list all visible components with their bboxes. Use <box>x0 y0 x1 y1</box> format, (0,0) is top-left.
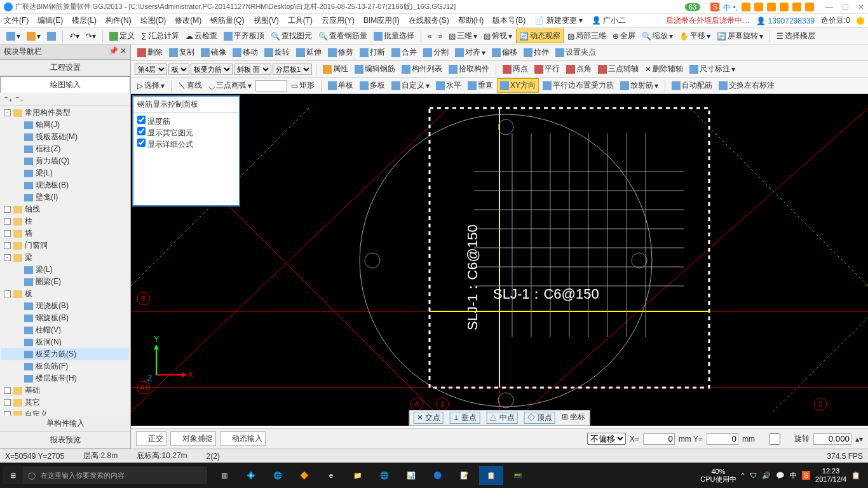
menu-component[interactable]: 构件(N) <box>105 15 132 26</box>
btn-auto[interactable]: 自动配筋 <box>669 79 715 92</box>
ext-icon[interactable] <box>754 3 763 11</box>
btn-select[interactable]: ▷ 选择▾ <box>135 79 167 92</box>
sidebar-tab-draw[interactable]: 绘图输入 <box>0 76 130 93</box>
tray-up[interactable]: ^ <box>742 471 745 479</box>
redo-icon[interactable]: ↷▾ <box>83 30 98 42</box>
btn-dim[interactable]: 尺寸标注▾ <box>687 62 738 76</box>
tree-node[interactable]: -梁 <box>1 252 129 264</box>
btn-3d[interactable]: ▧ 三维▾ <box>446 29 480 43</box>
btn-parallel[interactable]: 平行 <box>532 62 562 76</box>
btn-trim[interactable]: 修剪 <box>325 46 356 59</box>
btn-custom[interactable]: 自定义▾ <box>389 79 432 92</box>
tray-icon[interactable]: 🛡 <box>750 471 757 479</box>
tree-leaf[interactable]: 现浇板(B) <box>1 300 129 312</box>
menu-online[interactable]: 在线服务(S) <box>409 15 449 26</box>
sidebar-tab-report[interactable]: 报表预览 <box>0 432 130 449</box>
btn-angle[interactable]: 点角 <box>564 62 594 76</box>
sel-slant[interactable]: 斜板 面 <box>234 64 271 75</box>
btn-snap[interactable]: 对象捕捉 <box>170 431 216 446</box>
btn-swap[interactable]: 交换左右标注 <box>716 79 777 92</box>
tree-leaf[interactable]: 筏板基础(M) <box>1 131 129 143</box>
tree-leaf[interactable]: 柱帽(V) <box>1 324 129 336</box>
app-icon[interactable]: 🔵 <box>426 466 450 485</box>
chk-rot[interactable] <box>759 433 790 445</box>
btn-cloud[interactable]: ☁ 云检查 <box>183 29 220 43</box>
tray-notif[interactable]: 📋 <box>851 471 860 480</box>
input-rot[interactable] <box>813 433 851 445</box>
tree-leaf[interactable]: 轴网(J) <box>1 119 129 131</box>
menu-newchange[interactable]: 📄 新建变更 ▾ <box>534 15 583 26</box>
tree-node[interactable]: 柱 <box>1 215 129 227</box>
menu-floor[interactable]: 楼层(L) <box>72 15 97 26</box>
tray-ime[interactable]: 中 <box>790 471 797 480</box>
tree-leaf[interactable]: 板负筋(F) <box>1 360 129 372</box>
input-x[interactable] <box>643 433 675 445</box>
ext-icon[interactable] <box>742 3 750 11</box>
notif-badge[interactable]: 63 <box>685 3 700 11</box>
input-arc[interactable] <box>255 80 287 92</box>
tree-leaf[interactable]: 螺旋板(B) <box>1 312 129 324</box>
component-tree[interactable]: -常用构件类型轴网(J)筏板基础(M)框柱(Z)剪力墙(Q)梁(L)现浇板(B)… <box>0 105 130 416</box>
menu-help[interactable]: 帮助(H) <box>458 15 484 26</box>
btn-stretch[interactable]: 拉伸 <box>521 46 552 59</box>
btn-local3d[interactable]: ▧ 局部三维 <box>565 29 609 43</box>
btn-offset[interactable]: 偏移 <box>489 46 520 59</box>
app-icon[interactable]: 🌐 <box>266 466 290 485</box>
fwd-icon[interactable]: » <box>436 30 445 42</box>
btn-split[interactable]: 分割 <box>421 46 451 59</box>
tree-leaf[interactable]: 圈梁(E) <box>1 276 129 288</box>
sel-offset[interactable]: 不偏移 <box>587 433 626 445</box>
back-icon[interactable]: « <box>425 30 435 42</box>
btn-prop[interactable]: 属性 <box>320 62 351 76</box>
btn-vert[interactable]: 垂直 <box>465 79 496 92</box>
btn-2pt[interactable]: 两点 <box>500 62 531 76</box>
btn-rebar[interactable]: 🔍 查看钢筋量 <box>316 29 370 43</box>
btn-rot[interactable]: 旋转 <box>262 46 292 59</box>
open-icon[interactable]: ▾ <box>24 30 43 42</box>
menu-tool[interactable]: 工具(T) <box>288 15 313 26</box>
tree-node[interactable]: 其它 <box>1 396 129 409</box>
btn-editrebar[interactable]: 编辑钢筋 <box>352 62 398 76</box>
btn-pick[interactable]: 拾取构件 <box>446 62 492 76</box>
ext-icon[interactable] <box>792 3 801 11</box>
menu-usericon[interactable]: 👤 广小二 <box>592 15 626 26</box>
tray-icon[interactable]: S <box>802 471 810 480</box>
btn-mirror[interactable]: 镜像 <box>198 46 229 59</box>
tray-icon[interactable]: 💬 <box>776 471 785 480</box>
btn-grip[interactable]: 设置夹点 <box>553 46 599 59</box>
app-icon[interactable]: ▥ <box>212 466 236 485</box>
tree-leaf[interactable]: 梁(L) <box>1 167 129 179</box>
sel-sub[interactable]: 板受力筋 <box>191 64 233 75</box>
btn-extend[interactable]: 延伸 <box>294 46 324 59</box>
ext-icon[interactable]: S <box>710 3 719 11</box>
save-icon[interactable] <box>44 30 58 42</box>
taskbar-search[interactable]: ◯ 在这里输入你要搜索的内容 <box>23 466 207 484</box>
btn-delaux[interactable]: ✕ 删除辅轴 <box>642 62 686 76</box>
menu-draw[interactable]: 绘图(D) <box>140 15 166 26</box>
btn-full[interactable]: ⊕ 全屏 <box>610 29 638 43</box>
app-icon[interactable]: e <box>319 466 343 485</box>
undo-icon[interactable]: ↶▾ <box>67 30 82 42</box>
tree-leaf[interactable]: 梁(L) <box>1 264 129 276</box>
btn-arc[interactable]: ◡ 三点画弧▾ <box>206 79 254 92</box>
btn-horiz[interactable]: 水平 <box>433 79 464 92</box>
menu-file[interactable]: 文件(F) <box>4 15 29 26</box>
tray-icon[interactable]: 🔊 <box>762 471 771 480</box>
chk-temp[interactable]: 温度筋 <box>137 116 235 127</box>
snap-vert[interactable]: ◇ 顶点 <box>524 412 555 424</box>
menu-bim[interactable]: BIM应用(I) <box>363 15 400 26</box>
snap-int[interactable]: ✕ 交点 <box>414 412 444 424</box>
btn-delete[interactable]: 删除 <box>135 46 165 59</box>
collapse-icon[interactable]: ⁻₋ <box>15 94 24 104</box>
btn-copy[interactable]: 复制 <box>166 46 197 59</box>
ext-icon[interactable]: 中 •, <box>723 3 738 11</box>
tree-leaf[interactable]: 壁龛(I) <box>1 191 129 203</box>
rebar-display-panel[interactable]: 钢筋显示控制面板 温度筋 显示其它图元 显示详细公式 <box>132 95 240 207</box>
close-icon[interactable]: ✕ <box>858 3 864 11</box>
ext-icon[interactable] <box>805 3 814 11</box>
btn-break[interactable]: 打断 <box>357 46 388 59</box>
app-icon[interactable]: 🌐 <box>372 466 397 485</box>
btn-top[interactable]: ▧ 俯视▾ <box>481 29 515 43</box>
chk-other[interactable]: 显示其它图元 <box>137 127 235 139</box>
menu-cloud[interactable]: 云应用(Y) <box>322 15 355 26</box>
